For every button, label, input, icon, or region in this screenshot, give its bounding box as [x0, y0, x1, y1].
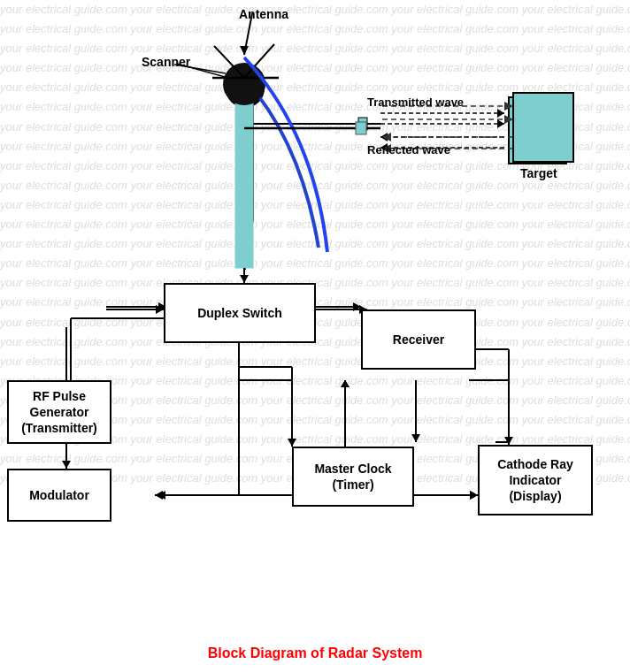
svg-marker-50: [504, 102, 513, 111]
duplex-switch-label: Duplex Switch: [197, 305, 282, 321]
svg-rect-48: [356, 122, 366, 134]
page-title: Block Diagram of Radar System: [0, 645, 630, 661]
receiver-box: Receiver: [361, 309, 476, 370]
svg-line-45: [244, 44, 274, 78]
svg-marker-82: [470, 491, 478, 500]
svg-marker-62: [240, 275, 249, 283]
svg-marker-54: [382, 133, 391, 141]
scanner-label: Scanner: [142, 55, 190, 69]
duplex-switch-box: Duplex Switch: [164, 283, 316, 343]
modulator-label: Modulator: [29, 487, 89, 503]
modulator-box: Modulator: [7, 469, 111, 522]
svg-line-46: [214, 46, 244, 78]
svg-marker-25: [411, 434, 420, 442]
svg-marker-52: [504, 115, 513, 124]
svg-marker-66: [353, 302, 361, 311]
title-text: Block Diagram of Radar System: [208, 645, 423, 661]
svg-marker-15: [241, 262, 250, 270]
master-clock-label: Master Clock (Timer): [314, 461, 391, 493]
svg-marker-60: [240, 46, 249, 55]
transmitted-wave-label: Transmitted wave: [367, 95, 464, 109]
rf-pulse-label: RF Pulse Generator (Transmitter): [21, 388, 97, 437]
svg-marker-27: [155, 491, 163, 500]
svg-marker-78: [158, 491, 165, 500]
svg-point-43: [223, 63, 265, 105]
master-clock-box: Master Clock (Timer): [292, 447, 414, 507]
svg-rect-57: [513, 93, 573, 162]
receiver-label: Receiver: [393, 332, 444, 347]
svg-marker-5: [497, 109, 504, 118]
svg-marker-9: [380, 133, 388, 141]
rf-pulse-generator-box: RF Pulse Generator (Transmitter): [7, 380, 111, 444]
svg-rect-3: [358, 118, 367, 130]
svg-rect-42: [235, 78, 253, 268]
svg-marker-7: [497, 119, 504, 128]
svg-point-1: [226, 69, 265, 108]
reflected-wave-label: Reflected wave: [367, 143, 450, 157]
cathode-ray-label: Cathode Ray Indicator (Display): [497, 456, 573, 505]
svg-marker-33: [341, 380, 350, 387]
cathode-ray-box: Cathode Ray Indicator (Display): [478, 445, 593, 515]
diagram: Antenna Scanner Transmitted wave Reflect…: [0, 0, 630, 672]
svg-marker-76: [504, 437, 513, 445]
svg-marker-80: [341, 380, 350, 387]
svg-rect-12: [509, 97, 566, 164]
antenna-label: Antenna: [239, 7, 288, 21]
svg-marker-70: [288, 439, 296, 447]
svg-marker-39: [470, 491, 478, 500]
svg-marker-72: [62, 461, 71, 469]
target-label: Target: [520, 166, 557, 180]
svg-marker-19: [156, 305, 164, 314]
svg-rect-0: [237, 84, 253, 221]
